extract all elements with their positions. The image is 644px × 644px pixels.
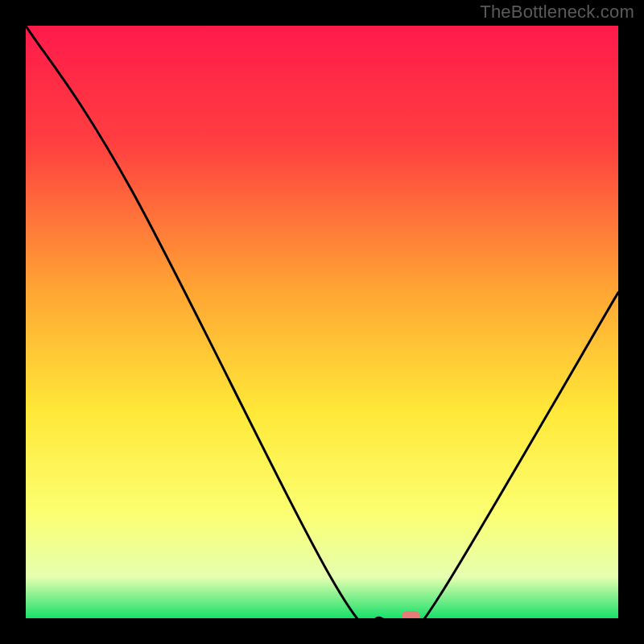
bottleneck-chart [26, 26, 618, 618]
chart-frame: TheBottleneck.com [0, 0, 644, 644]
gradient-background [26, 26, 618, 618]
optimal-marker [402, 611, 419, 618]
watermark-text: TheBottleneck.com [480, 2, 634, 23]
